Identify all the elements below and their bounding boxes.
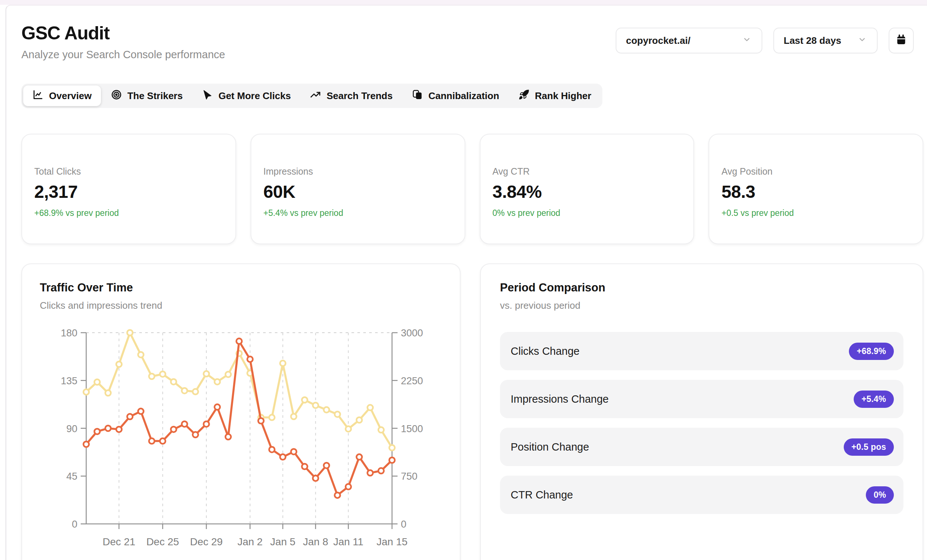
calendar-icon bbox=[895, 34, 907, 47]
date-range-value: Last 28 days bbox=[784, 35, 841, 46]
copy-icon bbox=[412, 89, 423, 103]
chevron-down-icon bbox=[857, 34, 867, 47]
tab-search-trends[interactable]: Search Trends bbox=[301, 85, 401, 106]
svg-text:Jan 11: Jan 11 bbox=[333, 536, 363, 548]
svg-text:90: 90 bbox=[66, 423, 78, 434]
comparison-row-clicks: Clicks Change +68.9% bbox=[500, 332, 903, 370]
svg-text:Jan 5: Jan 5 bbox=[270, 536, 295, 548]
status-badge: +5.4% bbox=[854, 390, 894, 408]
tab-label: Overview bbox=[49, 90, 92, 102]
tab-rank-higher[interactable]: Rank Higher bbox=[509, 85, 600, 106]
tab-get-more-clicks[interactable]: Get More Clicks bbox=[193, 85, 300, 106]
traffic-chart: 045901351800750150022503000Dec 21Dec 25D… bbox=[22, 264, 461, 560]
stat-value: 60K bbox=[263, 182, 454, 202]
comparison-row-impressions: Impressions Change +5.4% bbox=[500, 380, 903, 418]
tab-label: Cannibalization bbox=[429, 90, 499, 102]
tab-cannibalization[interactable]: Cannibalization bbox=[403, 85, 508, 106]
date-range-dropdown[interactable]: Last 28 days bbox=[774, 27, 878, 53]
svg-text:3000: 3000 bbox=[401, 328, 423, 338]
row-label: Position Change bbox=[511, 441, 589, 453]
svg-text:Dec 29: Dec 29 bbox=[190, 536, 223, 548]
row-label: Impressions Change bbox=[511, 393, 609, 405]
tab-label: Search Trends bbox=[327, 90, 392, 102]
status-badge: 0% bbox=[866, 486, 894, 504]
chevron-down-icon bbox=[742, 34, 752, 47]
page-title: GSC Audit bbox=[21, 23, 225, 44]
svg-text:Jan 15: Jan 15 bbox=[377, 536, 407, 548]
tab-label: The Strikers bbox=[128, 90, 183, 102]
stat-card-impressions: Impressions 60K +5.4% vs prev period bbox=[251, 134, 465, 244]
property-dropdown[interactable]: copyrocket.ai/ bbox=[615, 27, 762, 53]
row-label: CTR Change bbox=[511, 489, 573, 501]
target-icon bbox=[111, 89, 122, 103]
header-controls: copyrocket.ai/ Last 28 days bbox=[615, 27, 914, 53]
stat-label: Avg CTR bbox=[492, 166, 684, 177]
stat-card-avg-position: Avg Position 58.3 +0.5 vs prev period bbox=[708, 134, 923, 244]
trending-up-icon bbox=[310, 89, 321, 103]
stat-value: 58.3 bbox=[722, 182, 912, 202]
stat-delta: +68.9% vs prev period bbox=[34, 208, 225, 218]
stat-value: 2,317 bbox=[34, 182, 225, 202]
page-subtitle: Analyze your Search Console performance bbox=[21, 49, 225, 61]
svg-text:Dec 21: Dec 21 bbox=[103, 536, 135, 548]
svg-text:0: 0 bbox=[72, 519, 78, 530]
svg-text:750: 750 bbox=[401, 471, 418, 482]
stat-value: 3.84% bbox=[492, 182, 684, 202]
traffic-over-time-card: Traffic Over Time Clicks and impressions… bbox=[21, 263, 460, 560]
stat-delta: 0% vs prev period bbox=[492, 208, 684, 218]
main-content: GSC Audit Analyze your Search Console pe… bbox=[6, 5, 927, 560]
row-label: Clicks Change bbox=[511, 345, 579, 357]
svg-text:180: 180 bbox=[61, 328, 78, 338]
property-dropdown-value: copyrocket.ai/ bbox=[626, 35, 690, 46]
svg-text:45: 45 bbox=[66, 471, 78, 482]
stat-cards-row: Total Clicks 2,317 +68.9% vs prev period… bbox=[21, 134, 923, 244]
line-chart-icon bbox=[32, 89, 44, 103]
status-badge: +68.9% bbox=[849, 343, 894, 360]
main-row: Traffic Over Time Clicks and impressions… bbox=[21, 263, 923, 560]
stat-label: Impressions bbox=[263, 166, 454, 177]
svg-text:Jan 2: Jan 2 bbox=[237, 536, 263, 548]
stat-delta: +5.4% vs prev period bbox=[263, 208, 454, 218]
tab-bar: Overview The Strikers Get More Clicks bbox=[21, 83, 602, 108]
comparison-title: Period Comparison bbox=[500, 281, 903, 294]
stat-card-avg-ctr: Avg CTR 3.84% 0% vs prev period bbox=[480, 134, 694, 244]
stat-delta: +0.5 vs prev period bbox=[722, 208, 912, 218]
svg-text:135: 135 bbox=[61, 375, 78, 387]
comparison-rows: Clicks Change +68.9% Impressions Change … bbox=[500, 332, 903, 514]
comparison-row-position: Position Change +0.5 pos bbox=[500, 428, 903, 466]
status-badge: +0.5 pos bbox=[844, 439, 894, 456]
stat-label: Avg Position bbox=[722, 166, 912, 177]
stat-card-total-clicks: Total Clicks 2,317 +68.9% vs prev period bbox=[21, 134, 236, 244]
tab-the-strikers[interactable]: The Strikers bbox=[102, 85, 192, 106]
comparison-row-ctr: CTR Change 0% bbox=[500, 476, 903, 514]
svg-text:0: 0 bbox=[401, 519, 406, 530]
svg-text:1500: 1500 bbox=[401, 423, 423, 434]
period-comparison-card: Period Comparison vs. previous period Cl… bbox=[480, 263, 923, 560]
svg-text:Dec 25: Dec 25 bbox=[146, 536, 179, 548]
tab-label: Rank Higher bbox=[535, 90, 591, 102]
calendar-button[interactable] bbox=[889, 27, 914, 53]
tab-label: Get More Clicks bbox=[219, 90, 291, 102]
tab-overview[interactable]: Overview bbox=[23, 85, 101, 106]
svg-text:Jan 8: Jan 8 bbox=[303, 536, 328, 548]
title-block: GSC Audit Analyze your Search Console pe… bbox=[21, 23, 225, 61]
page-header: GSC Audit Analyze your Search Console pe… bbox=[21, 23, 914, 61]
svg-text:2250: 2250 bbox=[401, 375, 423, 387]
mouse-pointer-icon bbox=[202, 89, 213, 103]
stat-label: Total Clicks bbox=[34, 166, 225, 177]
window-top-strip bbox=[0, 0, 927, 5]
rocket-icon bbox=[518, 89, 529, 103]
comparison-subtitle: vs. previous period bbox=[500, 300, 903, 311]
